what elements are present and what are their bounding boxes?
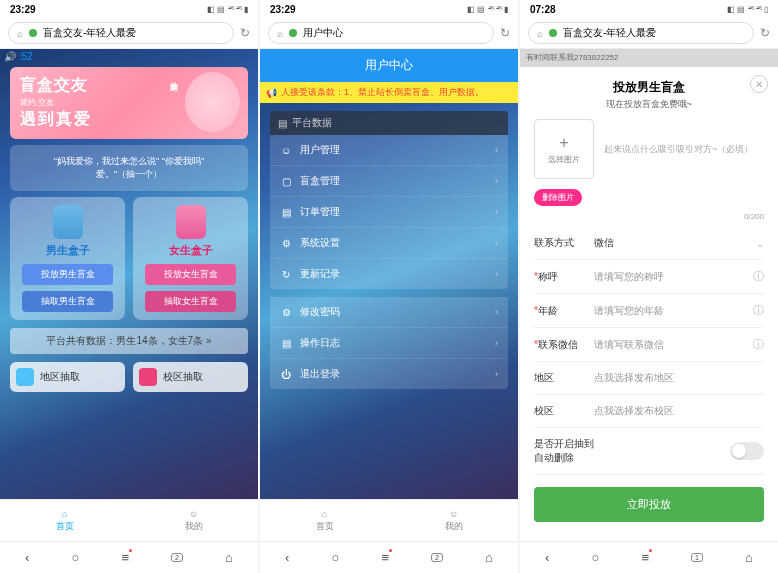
search-nav-icon[interactable]: ○ [591,550,599,565]
field-label: *联系微信 [534,338,594,352]
back-icon[interactable]: ‹ [545,550,549,565]
background-msg: 有时间联系我2783822252 [520,49,778,67]
url-field[interactable]: ⌕ 盲盒交友-年轻人最爱 [528,22,754,44]
back-icon[interactable]: ‹ [285,550,289,565]
male-draw-button[interactable]: 抽取男生盲盒 [22,291,113,312]
chevron-right-icon: › [495,338,498,348]
url-text: 盲盒交友-年轻人最爱 [563,26,656,40]
url-field[interactable]: ⌕ 用户中心 [268,22,494,44]
menu-item[interactable]: ↻更新记录› [270,259,508,289]
menu-item[interactable]: ⚙修改密码› [270,297,508,328]
refresh-icon[interactable]: ↻ [500,26,510,40]
field-value[interactable]: 请填写您的年龄 [594,304,753,318]
panel-header: ▤平台数据 [270,111,508,135]
tab-home[interactable]: ⌂首页 [0,500,129,541]
menu-nav-icon[interactable]: ≡ [381,550,389,565]
field-value[interactable]: 点我选择发布校区 [594,404,764,418]
screen-usercenter: 23:29 ◧ ▤ ⁴⁶ ⁴⁶ ▮ ⌕ 用户中心 ↻ 用户中心 📢人接受该条款：… [260,0,518,573]
form-row: 联系方式微信⌄ [534,227,764,260]
search-nav-icon[interactable]: ○ [71,550,79,565]
desc-placeholder[interactable]: 起来说点什么吸引吸引对方~（必填） [604,143,764,156]
menu-item[interactable]: ⏻退出登录› [270,359,508,389]
tab-home[interactable]: ⌂首页 [260,500,389,541]
menu-icon: ▢ [280,176,292,187]
sound-indicator[interactable]: 🔊 :52 [4,51,33,62]
female-box-card: 女生盒子 投放女生盲盒 抽取女生盲盒 [133,197,248,320]
menu-item[interactable]: ▤操作日志› [270,328,508,359]
search-icon: ⌕ [537,28,543,39]
close-button[interactable]: ✕ [750,75,768,93]
status-time: 23:29 [10,4,36,15]
menu-icon: ⏻ [280,369,292,380]
form-row: 地区点我选择发布地区 [534,362,764,395]
home-icon: ⌂ [322,509,327,519]
menu-item[interactable]: ▢盲盒管理› [270,166,508,197]
male-box-card: 男生盒子 投放男生盲盒 抽取男生盲盒 [10,197,125,320]
tabs-count[interactable]: 2 [171,553,183,562]
help-icon[interactable]: ⓘ [753,269,764,284]
url-text: 盲盒交友-年轻人最爱 [43,26,136,40]
field-label: 校区 [534,404,594,418]
female-draw-button[interactable]: 抽取女生盲盒 [145,291,236,312]
menu-nav-icon[interactable]: ≡ [641,550,649,565]
field-value[interactable]: 微信 [594,236,752,250]
panel-list: ⚙修改密码›▤操作日志›⏻退出登录› [270,297,508,389]
home-nav-icon[interactable]: ⌂ [225,550,233,565]
field-value[interactable]: 请填写联系微信 [594,338,753,352]
field-value[interactable]: 点我选择发布地区 [594,371,764,385]
system-nav: ‹ ○ ≡ 1 ⌂ [520,541,778,573]
female-put-button[interactable]: 投放女生盲盒 [145,264,236,285]
field-value[interactable]: 请填写您的称呼 [594,270,753,284]
tab-mine[interactable]: ☺我的 [129,500,258,541]
address-bar: ⌕ 盲盒交友-年轻人最爱 ↻ [520,18,778,49]
campus-draw-button[interactable]: 校区抽取 [133,362,248,392]
home-nav-icon[interactable]: ⌂ [485,550,493,565]
female-icon [176,205,206,239]
chevron-right-icon: › [495,238,498,248]
status-bar: 23:29 ◧ ▤ ⁴⁶ ⁴⁶ ▮ [0,0,258,18]
male-put-button[interactable]: 投放男生盲盒 [22,264,113,285]
female-box-title: 女生盒子 [141,243,240,258]
panel-account: ⚙修改密码›▤操作日志›⏻退出登录› [270,297,508,389]
region-draw-button[interactable]: 地区抽取 [10,362,125,392]
user-icon: ☺ [449,509,458,519]
menu-nav-icon[interactable]: ≡ [121,550,129,565]
toggle-switch[interactable] [730,442,764,460]
chevron-right-icon: › [495,307,498,317]
tab-bar: ⌂首页 ☺我的 [260,499,518,541]
panel-platform: ▤平台数据 ☺用户管理›▢盲盒管理›▤订单管理›⚙系统设置›↻更新记录› [270,111,508,289]
menu-item[interactable]: ⚙系统设置› [270,228,508,259]
page-content: 🔊 :52 盲盒交友 简约 交友 遇到真爱 抽个 对象 "妈我爱你，我过来怎么说… [0,49,258,499]
banner-tag: 抽个 对象 [167,75,178,77]
tab-mine[interactable]: ☺我的 [389,500,518,541]
tab-bar: ⌂首页 ☺我的 [0,499,258,541]
menu-item[interactable]: ▤订单管理› [270,197,508,228]
male-icon [53,205,83,239]
url-field[interactable]: ⌕ 盲盒交友-年轻人最爱 [8,22,234,44]
upload-image-button[interactable]: +选择图片 [534,119,594,179]
menu-icon: ☺ [280,145,292,156]
help-icon[interactable]: ⓘ [753,337,764,352]
home-nav-icon[interactable]: ⌂ [745,550,753,565]
refresh-icon[interactable]: ↻ [240,26,250,40]
search-nav-icon[interactable]: ○ [331,550,339,565]
submit-button[interactable]: 立即投放 [534,487,764,522]
status-time: 07:28 [530,4,556,15]
stats-bar[interactable]: 平台共有数据：男生14条，女生7条 » [10,328,248,354]
chevron-right-icon: › [495,207,498,217]
tabs-count[interactable]: 2 [431,553,443,562]
stack-icon: ▤ [278,118,287,129]
back-icon[interactable]: ‹ [25,550,29,565]
secure-icon [29,29,37,37]
chevron-right-icon: › [495,369,498,379]
address-bar: ⌕ 盲盒交友-年轻人最爱 ↻ [0,18,258,49]
menu-icon: ▤ [280,338,292,349]
form-row: 校区点我选择发布校区 [534,395,764,428]
refresh-icon[interactable]: ↻ [760,26,770,40]
menu-item[interactable]: ☺用户管理› [270,135,508,166]
tabs-count[interactable]: 1 [691,553,703,562]
help-icon[interactable]: ⓘ [753,303,764,318]
delete-image-button[interactable]: 删除图片 [534,189,582,206]
menu-icon: ↻ [280,269,292,280]
hero-banner[interactable]: 盲盒交友 简约 交友 遇到真爱 抽个 对象 [10,67,248,139]
